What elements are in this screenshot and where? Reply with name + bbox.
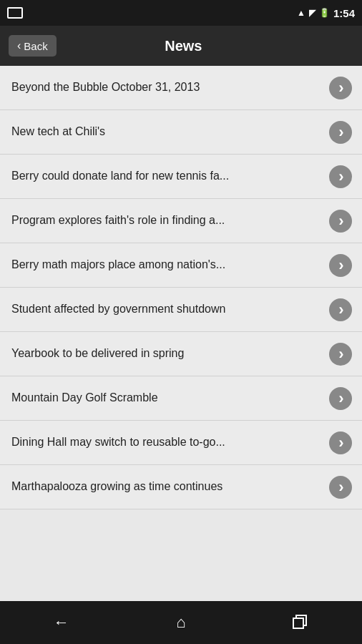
list-item[interactable]: Berry could donate land for new tennis f… bbox=[0, 155, 362, 199]
chevron-right-icon bbox=[329, 431, 352, 454]
back-button[interactable]: ‹ Back bbox=[9, 35, 57, 57]
back-nav-icon: ← bbox=[54, 613, 69, 632]
list-item[interactable]: Mountain Day Golf Scramble bbox=[0, 376, 362, 421]
chevron-right-icon bbox=[329, 343, 352, 366]
chevron-right-icon bbox=[329, 210, 352, 233]
news-item-text: Berry math majors place among nation's..… bbox=[11, 258, 329, 273]
page-title: News bbox=[57, 38, 310, 54]
battery-icon: 🔋 bbox=[319, 8, 330, 18]
status-bar-left bbox=[7, 7, 23, 19]
back-nav-button[interactable]: ← bbox=[32, 606, 91, 639]
news-list: Beyond the Bubble October 31, 2013 New t… bbox=[0, 66, 362, 601]
signal-icon: ◤ bbox=[309, 8, 315, 18]
screen-icon bbox=[7, 7, 23, 19]
chevron-right-icon bbox=[329, 298, 352, 321]
chevron-right-icon bbox=[329, 121, 352, 144]
time-display: 1:54 bbox=[333, 7, 355, 19]
list-item[interactable]: Dining Hall may switch to reusable to-go… bbox=[0, 421, 362, 465]
nav-bar: ‹ Back News bbox=[0, 26, 362, 66]
chevron-right-icon bbox=[329, 476, 352, 499]
news-item-text: New tech at Chili's bbox=[11, 125, 329, 140]
list-item[interactable]: Student affected by government shutdown bbox=[0, 288, 362, 332]
wifi-icon: ▲ bbox=[297, 8, 305, 18]
list-item[interactable]: Beyond the Bubble October 31, 2013 bbox=[0, 66, 362, 110]
chevron-right-icon bbox=[329, 77, 352, 99]
news-item-text: Marthapalooza growing as time continues bbox=[11, 479, 329, 494]
status-bar: ▲ ◤ 🔋 1:54 bbox=[0, 0, 362, 26]
news-item-text: Mountain Day Golf Scramble bbox=[11, 391, 329, 406]
chevron-right-icon bbox=[329, 165, 352, 188]
home-button[interactable]: ⌂ bbox=[155, 606, 207, 639]
chevron-right-icon bbox=[329, 387, 352, 410]
news-item-text: Berry could donate land for new tennis f… bbox=[11, 169, 329, 184]
list-item[interactable]: New tech at Chili's bbox=[0, 110, 362, 155]
news-item-text: Beyond the Bubble October 31, 2013 bbox=[11, 80, 329, 95]
svg-rect-1 bbox=[293, 618, 303, 628]
news-item-text: Dining Hall may switch to reusable to-go… bbox=[11, 435, 329, 450]
back-arrow-icon: ‹ bbox=[17, 39, 21, 52]
list-item[interactable]: Marthapalooza growing as time continues bbox=[0, 465, 362, 509]
news-item-text: Yearbook to be delivered in spring bbox=[11, 346, 329, 361]
home-icon: ⌂ bbox=[176, 613, 185, 632]
back-button-label: Back bbox=[24, 40, 47, 52]
recent-apps-icon bbox=[293, 615, 308, 630]
bottom-nav-bar: ← ⌂ bbox=[0, 601, 362, 644]
news-item-text: Program explores faith's role in finding… bbox=[11, 213, 329, 228]
news-item-text: Student affected by government shutdown bbox=[11, 302, 329, 317]
list-item[interactable]: Yearbook to be delivered in spring bbox=[0, 332, 362, 376]
recent-apps-button[interactable] bbox=[271, 608, 330, 638]
chevron-right-icon bbox=[329, 254, 352, 277]
list-item[interactable]: Berry math majors place among nation's..… bbox=[0, 243, 362, 288]
status-bar-right: ▲ ◤ 🔋 1:54 bbox=[297, 7, 355, 19]
list-item[interactable]: Program explores faith's role in finding… bbox=[0, 199, 362, 243]
